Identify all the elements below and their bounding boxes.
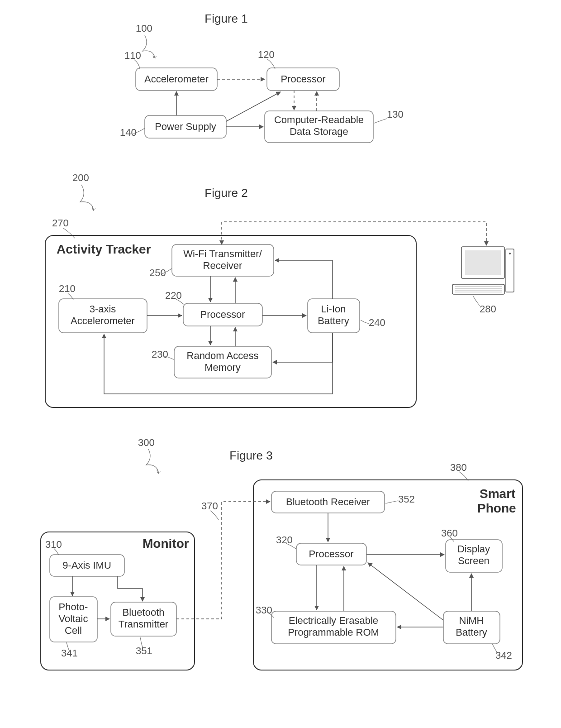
svg-text:130: 130	[387, 109, 404, 120]
svg-text:220: 220	[165, 290, 182, 301]
fig1-ref: 100	[136, 23, 152, 34]
svg-text:320: 320	[276, 534, 293, 546]
svg-text:230: 230	[152, 349, 168, 360]
svg-text:250: 250	[149, 267, 166, 278]
svg-text:Cell: Cell	[65, 625, 82, 636]
fig2-link	[222, 222, 486, 245]
fig2-title: Figure 2	[204, 186, 247, 200]
svg-text:Smart: Smart	[480, 487, 515, 501]
svg-text:351: 351	[136, 645, 152, 656]
svg-text:Data Storage: Data Storage	[290, 126, 348, 137]
svg-text:280: 280	[480, 303, 496, 315]
svg-text:Programmable ROM: Programmable ROM	[288, 627, 379, 638]
svg-text:NiMH: NiMH	[459, 615, 484, 626]
svg-text:Bluetooth: Bluetooth	[123, 607, 165, 618]
svg-rect-49	[506, 249, 514, 292]
svg-text:342: 342	[495, 650, 512, 661]
svg-text:380: 380	[450, 462, 467, 473]
svg-text:341: 341	[61, 647, 78, 659]
svg-text:Activity Tracker: Activity Tracker	[57, 242, 151, 256]
svg-text:352: 352	[398, 493, 415, 505]
svg-text:Bluetooth Receiver: Bluetooth Receiver	[286, 496, 370, 508]
svg-text:310: 310	[45, 539, 62, 550]
svg-text:Processor: Processor	[309, 548, 353, 560]
svg-rect-51	[452, 284, 504, 294]
svg-text:370: 370	[201, 500, 218, 512]
svg-text:300: 300	[138, 437, 155, 448]
svg-text:Battery: Battery	[318, 315, 349, 326]
svg-text:Power Supply: Power Supply	[155, 121, 216, 132]
svg-text:240: 240	[369, 317, 385, 328]
svg-text:3-axis: 3-axis	[90, 303, 116, 315]
svg-text:Transmitter: Transmitter	[119, 618, 168, 630]
svg-text:360: 360	[441, 527, 458, 539]
svg-text:200: 200	[72, 172, 89, 183]
svg-rect-48	[465, 250, 501, 275]
svg-text:210: 210	[59, 283, 76, 294]
fig3-title: Figure 3	[229, 449, 272, 462]
svg-text:Display: Display	[457, 543, 490, 555]
svg-text:Receiver: Receiver	[203, 260, 242, 271]
fig1-title: Figure 1	[204, 12, 247, 25]
svg-text:270: 270	[52, 217, 69, 229]
svg-text:140: 140	[120, 127, 137, 138]
svg-text:Phone: Phone	[477, 501, 516, 515]
svg-text:Accelerometer: Accelerometer	[144, 73, 209, 85]
svg-text:Electrically Erasable: Electrically Erasable	[289, 615, 378, 626]
svg-text:Accelerometer: Accelerometer	[71, 315, 135, 326]
svg-text:Li-Ion: Li-Ion	[321, 303, 346, 315]
svg-text:Screen: Screen	[458, 555, 490, 566]
svg-text:Wi-Fi Transmitter/: Wi-Fi Transmitter/	[183, 248, 262, 259]
svg-text:110: 110	[124, 50, 141, 61]
svg-text:Photo-: Photo-	[59, 601, 88, 613]
squiggle-icon	[80, 185, 94, 211]
svg-text:Processor: Processor	[280, 73, 325, 85]
svg-text:Random Access: Random Access	[187, 350, 259, 361]
svg-text:Memory: Memory	[204, 362, 240, 373]
svg-text:Voltaic: Voltaic	[59, 613, 88, 624]
svg-text:9-Axis IMU: 9-Axis IMU	[62, 560, 111, 571]
svg-text:Processor: Processor	[200, 309, 245, 320]
svg-text:Monitor: Monitor	[143, 536, 189, 551]
svg-text:Battery: Battery	[456, 627, 487, 638]
svg-text:120: 120	[258, 49, 275, 60]
computer-icon	[452, 247, 514, 294]
svg-text:Computer-Readable: Computer-Readable	[274, 114, 364, 125]
fig3-link	[176, 502, 270, 619]
svg-point-50	[509, 253, 511, 254]
